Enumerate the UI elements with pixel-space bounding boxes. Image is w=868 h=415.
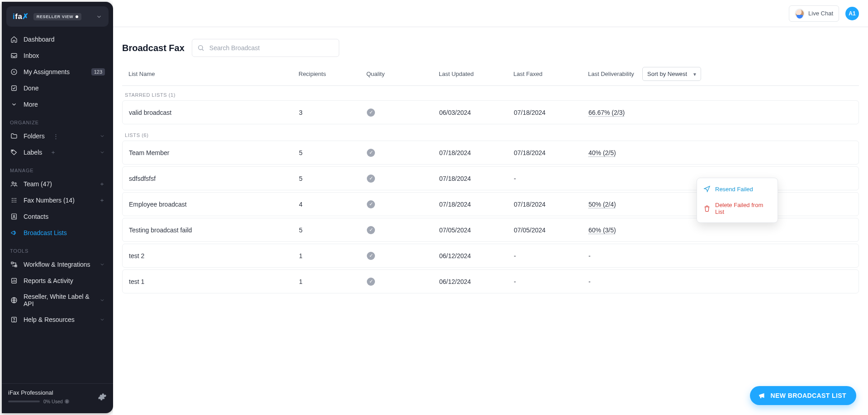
cell-deliverability[interactable]: 50% (2/4)	[588, 201, 616, 208]
svg-point-10	[12, 200, 13, 201]
sidebar-item-label: Workflow & Integrations	[24, 261, 90, 268]
cell-recipients: 5	[299, 175, 367, 182]
table-header: List Name Recipients Quality Last Update…	[122, 62, 859, 86]
cell-faxed: -	[514, 175, 588, 182]
sidebar-item-dashboard[interactable]: Dashboard	[2, 31, 113, 47]
count-badge: 123	[91, 68, 105, 75]
page-title: Broadcast Fax	[122, 43, 185, 53]
topbar: Live Chat A1	[113, 0, 868, 27]
menu-item-label: Delete Failed from List	[715, 202, 771, 215]
new-broadcast-list-button[interactable]: NEW BROADCAST LIST	[750, 386, 856, 405]
cell-recipients: 1	[299, 252, 367, 259]
menu-item-resend-failed[interactable]: Resend Failed	[697, 181, 778, 197]
svg-point-6	[15, 183, 16, 184]
sidebar-item-reports[interactable]: Reports & Activity	[2, 273, 113, 289]
cell-recipients: 5	[299, 149, 367, 156]
quality-check-icon: ✓	[367, 278, 375, 286]
chevron-down-icon[interactable]	[100, 297, 105, 303]
sort-dropdown[interactable]: Sort by Newest ▼	[642, 67, 701, 81]
sidebar-item-fax-numbers[interactable]: Fax Numbers (14) ＋	[2, 192, 113, 208]
table-row[interactable]: test 2 1 ✓ 06/12/2024 - -	[122, 244, 859, 268]
svg-point-12	[15, 200, 16, 201]
cell-deliverability: -	[588, 278, 591, 285]
chevron-down-icon[interactable]	[100, 133, 105, 139]
reports-icon	[10, 277, 18, 285]
agent-avatar-icon	[795, 9, 805, 19]
cell-name: Testing broadcast faild	[127, 226, 299, 234]
sidebar-item-my-assignments[interactable]: AI My Assignments 123	[2, 64, 113, 80]
sidebar-item-help[interactable]: Help & Resources	[2, 311, 113, 328]
cell-deliverability[interactable]: 66.67% (2/3)	[588, 109, 625, 116]
cell-deliverability[interactable]: 40% (2/5)	[588, 149, 616, 156]
cell-name: valid broadcast	[127, 109, 299, 116]
svg-rect-25	[66, 401, 67, 403]
svg-point-23	[14, 321, 14, 321]
cell-faxed: 07/05/2024	[514, 226, 588, 234]
table-row[interactable]: test 1 1 ✓ 06/12/2024 - -	[122, 269, 859, 293]
dialpad-icon	[10, 196, 18, 204]
sidebar-item-label: Reseller, White Label & API	[24, 293, 94, 307]
info-icon[interactable]	[64, 399, 70, 404]
sidebar-item-label: Team (47)	[24, 180, 52, 188]
cell-deliverability[interactable]: 60% (3/5)	[588, 226, 616, 234]
svg-point-15	[15, 202, 16, 203]
chevron-down-icon	[96, 14, 102, 20]
table-row[interactable]: Team Member 5 ✓ 07/18/2024 07/18/2024 40…	[122, 141, 859, 165]
cell-name: Employee broadcast	[127, 201, 299, 208]
sidebar-item-more[interactable]: More	[2, 96, 113, 113]
cell-updated: 07/18/2024	[439, 201, 514, 208]
sidebar-item-workflow[interactable]: Workflow & Integrations	[2, 256, 113, 273]
search-input[interactable]	[192, 39, 339, 57]
menu-item-delete-failed[interactable]: Delete Failed from List	[697, 197, 778, 220]
sidebar-item-label: Reports & Activity	[24, 277, 73, 284]
plus-icon[interactable]: ＋	[47, 148, 56, 156]
sidebar-item-folders[interactable]: Folders ⋮	[2, 128, 113, 144]
plan-name: iFax Professional	[8, 389, 92, 396]
content: Broadcast Fax List Name Recipients Quali…	[113, 27, 868, 415]
sidebar-item-labels[interactable]: Labels ＋	[2, 144, 113, 160]
plus-icon[interactable]: ＋	[99, 180, 105, 188]
col-header-recipients: Recipients	[299, 71, 366, 77]
search-icon	[197, 44, 204, 52]
sidebar-item-done[interactable]: Done	[2, 80, 113, 96]
col-header-quality: Quality	[366, 71, 439, 77]
inbox-icon	[10, 52, 18, 60]
quality-check-icon: ✓	[367, 149, 375, 157]
more-vertical-icon[interactable]: ⋮	[50, 133, 59, 140]
home-icon	[10, 35, 18, 43]
chevron-down-icon[interactable]	[100, 317, 105, 322]
cell-updated: 07/05/2024	[439, 226, 514, 234]
settings-gear-icon[interactable]	[98, 392, 107, 401]
sidebar-item-contacts[interactable]: Contacts	[2, 208, 113, 225]
chevron-down-icon[interactable]	[100, 262, 105, 267]
sidebar-item-reseller[interactable]: Reseller, White Label & API	[2, 289, 113, 311]
avatar-initials: A1	[849, 10, 855, 17]
quality-check-icon: ✓	[367, 174, 375, 183]
sidebar-item-label: More	[24, 101, 38, 108]
col-header-faxed: Last Faxed	[513, 71, 588, 77]
chevron-down-icon[interactable]	[100, 150, 105, 155]
sidebar-item-broadcast-lists[interactable]: Broadcast Lists	[2, 225, 113, 241]
cell-faxed: -	[514, 252, 588, 259]
broadcast-icon	[10, 229, 18, 237]
sidebar-item-label: Folders	[24, 132, 45, 140]
row-context-menu: Resend Failed Delete Failed from List	[697, 178, 778, 223]
sidebar-nav: Dashboard Inbox AI My Assignments 123 Do…	[2, 29, 113, 383]
svg-point-26	[66, 400, 67, 401]
user-avatar[interactable]: A1	[845, 7, 859, 20]
menu-item-label: Resend Failed	[715, 186, 753, 193]
cell-updated: 06/12/2024	[439, 278, 514, 285]
sidebar-item-team[interactable]: Team (47) ＋	[2, 176, 113, 192]
cell-faxed: 07/18/2024	[514, 109, 588, 116]
sidebar-item-label: Labels	[24, 149, 42, 156]
table-row[interactable]: valid broadcast 3 ✓ 06/03/2024 07/18/202…	[122, 100, 859, 124]
live-chat-button[interactable]: Live Chat	[789, 5, 839, 22]
sidebar-item-label: Fax Numbers (14)	[24, 197, 75, 204]
assignments-icon: AI	[10, 68, 18, 76]
sidebar-item-label: Contacts	[24, 213, 48, 220]
workspace-switcher[interactable]: ifa✗ RESELLER VIEW	[6, 6, 109, 27]
plus-icon[interactable]: ＋	[99, 196, 105, 204]
sidebar-item-inbox[interactable]: Inbox	[2, 47, 113, 64]
quality-check-icon: ✓	[367, 108, 375, 117]
quality-check-icon: ✓	[367, 226, 375, 234]
